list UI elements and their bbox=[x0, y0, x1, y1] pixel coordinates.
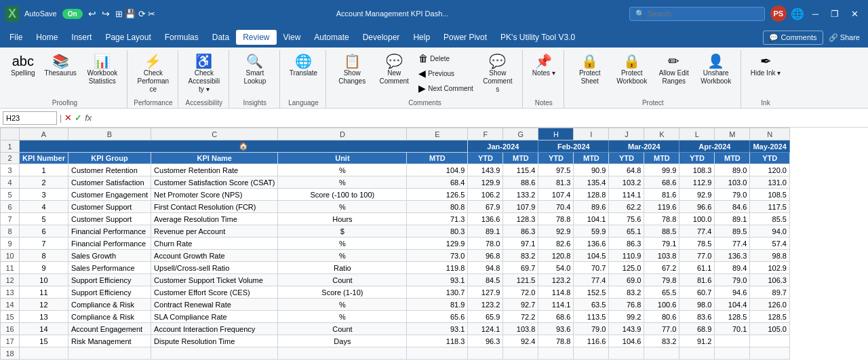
check-performance-button[interactable]: ⚡ Check Performance bbox=[133, 52, 174, 96]
ribbon-group-changes: 📋 Show Changes 💬 New Comment 🗑 Delete ◀ … bbox=[328, 50, 523, 108]
fx-icon[interactable]: fx bbox=[85, 113, 92, 123]
menu-home[interactable]: Home bbox=[29, 30, 64, 45]
ribbon-group-performance: ⚡ Check Performance Performance bbox=[129, 50, 178, 108]
delete-comment-button[interactable]: 🗑 Delete bbox=[416, 52, 476, 65]
menu-automate[interactable]: Automate bbox=[307, 30, 355, 45]
next-label: Next Comment bbox=[428, 85, 473, 92]
show-comments-icon: 💬 bbox=[489, 54, 506, 68]
unshare-workbook-button[interactable]: 👤 Unshare Workbook bbox=[696, 52, 736, 88]
hide-ink-label: Hide Ink ▾ bbox=[751, 69, 781, 77]
table-row: 4 2 Customer Satisfaction Customer Satis… bbox=[1, 176, 790, 189]
ribbon-group-proofing: abc Spelling 📚 Thesaurus 📊 Workbook Stat… bbox=[3, 50, 127, 108]
col-header-n[interactable]: N bbox=[750, 128, 790, 140]
formula-input[interactable] bbox=[94, 113, 865, 123]
proofing-group-label: Proofing bbox=[7, 98, 123, 108]
col-header-b[interactable]: B bbox=[68, 128, 151, 140]
col-header-m[interactable]: M bbox=[715, 128, 750, 140]
protect-sheet-button[interactable]: 🔒 Protect Sheet bbox=[570, 52, 610, 88]
protect-workbook-button[interactable]: 🔒 Protect Workbook bbox=[612, 52, 652, 88]
quick-access-icons: ⊞ 💾 ⟳ ✂ bbox=[115, 9, 156, 19]
menu-formulas[interactable]: Formulas bbox=[158, 30, 205, 45]
kpi-num-header: KPI Number bbox=[20, 153, 68, 164]
comments-button[interactable]: 💬 Comments bbox=[763, 31, 823, 45]
previous-comment-button[interactable]: ◀ Previous bbox=[416, 66, 476, 80]
table-row: 9 7 Financial Performance Churn Rate % 1… bbox=[1, 238, 790, 250]
previous-label: Previous bbox=[428, 70, 454, 77]
language-group-label: Language bbox=[285, 98, 321, 108]
spreadsheet-table: A B C D E F G H I J K L M N bbox=[0, 128, 790, 360]
previous-icon: ◀ bbox=[418, 68, 426, 79]
autosave-label: AutoSave bbox=[24, 10, 57, 18]
col-header-h[interactable]: H bbox=[538, 128, 574, 140]
globe-icon: 🌐 bbox=[791, 7, 804, 20]
accessibility-group-label: Accessibility bbox=[184, 98, 224, 108]
close-button[interactable]: ✕ bbox=[847, 7, 863, 20]
title-bar: X AutoSave On ↩ ↪ ⊞ 💾 ⟳ ✂ Account Manage… bbox=[0, 0, 868, 27]
thesaurus-button[interactable]: 📚 Thesaurus bbox=[41, 52, 81, 80]
new-comment-button[interactable]: 💬 New Comment bbox=[374, 52, 414, 88]
undo-icon[interactable]: ↩ bbox=[88, 8, 96, 19]
row-num-1: 1 bbox=[1, 140, 20, 153]
notes-icon: 📌 bbox=[535, 54, 552, 68]
redo-icon[interactable]: ↪ bbox=[102, 8, 110, 19]
protect-workbook-icon: 🔒 bbox=[623, 54, 640, 68]
show-changes-button[interactable]: 📋 Show Changes bbox=[332, 52, 372, 88]
restore-button[interactable]: ❐ bbox=[827, 7, 843, 20]
ribbon: abc Spelling 📚 Thesaurus 📊 Workbook Stat… bbox=[0, 48, 868, 109]
col-header-d[interactable]: D bbox=[278, 128, 407, 140]
menu-developer[interactable]: Developer bbox=[356, 30, 407, 45]
col-header-e[interactable]: E bbox=[407, 128, 468, 140]
menu-power-pivot[interactable]: Power Pivot bbox=[437, 30, 494, 45]
autosave-toggle[interactable]: On bbox=[62, 9, 83, 19]
share-button[interactable]: 🔗 Share bbox=[823, 31, 865, 44]
home-cell[interactable]: 🏠 bbox=[20, 140, 468, 153]
col-header-a[interactable]: A bbox=[20, 128, 68, 140]
menu-insert[interactable]: Insert bbox=[64, 30, 98, 45]
notes-button[interactable]: 📌 Notes ▾ bbox=[528, 52, 559, 80]
col-header-l[interactable]: L bbox=[679, 128, 715, 140]
col-header-c[interactable]: C bbox=[151, 128, 278, 140]
ribbon-group-insights: 🔍 Smart Lookup Insights bbox=[231, 50, 280, 108]
formula-icons: ✕ ✓ fx bbox=[64, 113, 92, 123]
col-header-f[interactable]: F bbox=[468, 128, 503, 140]
allow-edit-ranges-button[interactable]: ✏ Allow Edit Ranges bbox=[654, 52, 694, 88]
col-header-j[interactable]: J bbox=[609, 128, 644, 140]
col-header-g[interactable]: G bbox=[503, 128, 538, 140]
workbook-statistics-button[interactable]: 📊 Workbook Statistics bbox=[82, 52, 123, 88]
menu-help[interactable]: Help bbox=[406, 30, 437, 45]
search-input[interactable] bbox=[648, 10, 756, 18]
month-may-start: May-2024 bbox=[750, 140, 790, 153]
title-actions: PS 🌐 ─ ❐ ✕ bbox=[770, 5, 863, 22]
protect-workbook-label: Protect Workbook bbox=[616, 69, 648, 86]
spelling-button[interactable]: abc Spelling bbox=[7, 52, 39, 80]
menu-view[interactable]: View bbox=[277, 30, 308, 45]
menu-review[interactable]: Review bbox=[236, 30, 276, 45]
smart-lookup-button[interactable]: 🔍 Smart Lookup bbox=[235, 52, 275, 88]
menu-pk-utility[interactable]: PK's Utility Tool V3.0 bbox=[494, 30, 582, 45]
col-header-k[interactable]: K bbox=[644, 128, 679, 140]
menu-data[interactable]: Data bbox=[205, 30, 236, 45]
hide-ink-button[interactable]: ✒ Hide Ink ▾ bbox=[747, 52, 785, 80]
col-header-i[interactable]: I bbox=[574, 128, 609, 140]
avatar: PS bbox=[770, 5, 787, 22]
notes-label: Notes ▾ bbox=[532, 69, 555, 77]
menu-page-layout[interactable]: Page Layout bbox=[98, 30, 157, 45]
menu-bar: File Home Insert Page Layout Formulas Da… bbox=[0, 27, 868, 48]
search-icon: 🔍 bbox=[635, 10, 645, 18]
check-accessibility-button[interactable]: ♿ Check Accessibility ▾ bbox=[184, 52, 224, 96]
check-performance-label: Check Performance bbox=[137, 69, 170, 94]
month-apr: Apr-2024 bbox=[679, 140, 750, 153]
menu-file[interactable]: File bbox=[3, 30, 29, 45]
table-row: 10 8 Sales Growth Account Growth Rate % … bbox=[1, 250, 790, 262]
minimize-button[interactable]: ─ bbox=[808, 7, 823, 20]
next-comment-button[interactable]: ▶ Next Comment bbox=[416, 81, 476, 95]
translate-button[interactable]: 🌐 Translate bbox=[285, 52, 321, 80]
name-box[interactable] bbox=[3, 111, 57, 125]
search-box[interactable]: 🔍 bbox=[629, 7, 765, 21]
ribbon-group-language: 🌐 Translate Language bbox=[281, 50, 326, 108]
sheet-table-wrapper[interactable]: A B C D E F G H I J K L M N bbox=[0, 128, 868, 361]
cancel-icon[interactable]: ✕ bbox=[64, 113, 72, 123]
confirm-icon[interactable]: ✓ bbox=[75, 113, 82, 123]
show-comments-button[interactable]: 💬 Show Comments bbox=[477, 52, 518, 96]
show-changes-label: Show Changes bbox=[336, 69, 368, 86]
